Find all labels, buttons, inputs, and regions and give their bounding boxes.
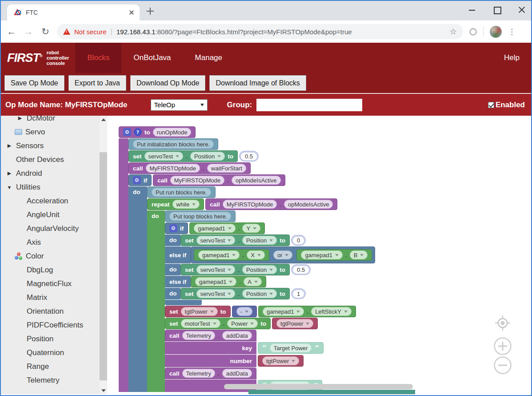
property-dropdown[interactable]: Position xyxy=(242,265,277,274)
toolbox-item-angularvelocity[interactable]: AngularVelocity xyxy=(1,222,100,235)
comment-text-field[interactable]: Put run blocks here. xyxy=(152,188,211,197)
device-dropdown[interactable]: motorTest xyxy=(181,319,220,328)
toolbox-item-quaternion[interactable]: Quaternion xyxy=(1,346,100,360)
device-dropdown[interactable]: servoTest xyxy=(144,152,184,161)
block-negate[interactable]: - xyxy=(232,306,257,317)
mutator-gear-icon[interactable]: ⚙ xyxy=(123,128,131,136)
tab-close-icon[interactable] xyxy=(128,9,135,16)
device-dropdown[interactable]: servoTest xyxy=(196,265,236,274)
toolbox-item-android[interactable]: ▶Android xyxy=(1,166,100,180)
repeat-mode-dropdown[interactable]: while xyxy=(172,200,200,209)
block-comment-run[interactable]: Put run blocks here. xyxy=(147,186,216,198)
number-block[interactable]: 0.5 xyxy=(239,151,259,162)
nav-tab-manage[interactable]: Manage xyxy=(183,43,234,73)
zoom-center-button[interactable] xyxy=(495,315,511,331)
export-to-java-button[interactable]: Export to Java xyxy=(68,75,126,91)
gamepad-dropdown[interactable]: gamepad1 xyxy=(301,251,342,259)
toolbox-item-dcmotor[interactable]: ▶DcMotor xyxy=(1,116,100,125)
set-servo-block[interactable]: set servoTest . Position to xyxy=(128,150,238,162)
toolbox-item-sensors[interactable]: ▶Sensors xyxy=(1,139,100,153)
adddata-header[interactable]: call Telemetry . addData xyxy=(165,330,256,341)
block-text-target-power[interactable]: “ Target Power ” xyxy=(258,342,324,354)
scroll-up-icon[interactable] xyxy=(100,116,107,123)
save-opmode-button[interactable]: Save Op Mode xyxy=(4,75,64,91)
url-text[interactable]: 192.168.43.1:8080/?page=FtcBlocks.html?p… xyxy=(116,28,352,36)
toolbox-item-telemetry[interactable]: Telemetry xyxy=(1,373,100,387)
gamepad-dropdown[interactable]: gamepad1 xyxy=(195,277,236,286)
set-servo-block[interactable]: set servoTest . Position to xyxy=(180,234,290,246)
property-dropdown[interactable]: Position xyxy=(242,289,277,298)
block-gamepad-x[interactable]: gamepad1 . X xyxy=(194,249,269,261)
object-field[interactable]: MyFIRSTOpMode xyxy=(223,200,277,209)
toolbox-item-utilities[interactable]: ▼Utilities xyxy=(1,180,100,194)
nav-tab-onbotjava[interactable]: OnBotJava xyxy=(121,43,183,73)
reload-icon[interactable]: ↻ xyxy=(40,26,51,37)
toolbox-item-acceleration[interactable]: Acceleration xyxy=(1,194,100,208)
block-variable-tgtpower[interactable]: tgtPower xyxy=(258,355,304,367)
set-variable-block[interactable]: set tgtPower to xyxy=(165,306,231,317)
number-block[interactable]: 0 xyxy=(291,235,306,246)
comment-text-field[interactable]: Put loop blocks here. xyxy=(169,212,231,221)
mutator-gear-icon[interactable]: ⚙ xyxy=(169,224,177,232)
object-field[interactable]: Telemetry xyxy=(182,369,215,378)
toolbox-item-axis[interactable]: Axis xyxy=(1,235,100,249)
browser-tab[interactable]: FTC xyxy=(7,4,140,20)
variable-dropdown[interactable]: tgtPower xyxy=(262,356,299,365)
help-question-icon[interactable]: ? xyxy=(134,128,142,136)
property-dropdown[interactable]: Position xyxy=(242,236,277,245)
toolbox-item-color[interactable]: Color xyxy=(1,249,100,263)
block-run-op-mode[interactable]: ⚙ ? to runOpMode Put initialization bloc… xyxy=(119,126,375,392)
block-logic-or[interactable]: gamepad1 . X or xyxy=(191,246,375,263)
number-block[interactable]: 0.5 xyxy=(291,264,311,275)
toolbox-scrollbar[interactable] xyxy=(100,116,107,394)
not-secure-label[interactable]: Not secure xyxy=(74,28,107,36)
toolbox-item-matrix[interactable]: Matrix xyxy=(1,291,100,304)
object-field[interactable]: MyFIRSTOpMode xyxy=(146,164,200,173)
back-icon[interactable]: ← xyxy=(6,26,17,37)
scroll-down-icon[interactable] xyxy=(100,387,107,394)
download-opmode-button[interactable]: Download Op Mode xyxy=(130,75,205,91)
group-input[interactable] xyxy=(256,99,362,111)
minimize-icon[interactable] xyxy=(468,6,476,14)
variable-dropdown[interactable]: tgtPower xyxy=(276,319,313,328)
block-if-gamepad[interactable]: ⚙ if gamepad1 . xyxy=(165,222,375,305)
toolbox-item-range[interactable]: Range xyxy=(1,360,100,373)
gamepad-dropdown[interactable]: gamepad1 xyxy=(198,251,240,259)
forward-icon[interactable]: → xyxy=(23,26,34,37)
mutator-gear-icon[interactable]: ⚙ xyxy=(133,176,141,184)
nav-tab-blocks[interactable]: Blocks xyxy=(75,43,121,73)
bookmark-star-icon[interactable]: ☆ xyxy=(450,27,457,36)
comment-text-field[interactable]: Put initialization blocks here. xyxy=(133,140,214,149)
method-field[interactable]: addData xyxy=(222,369,252,378)
method-field[interactable]: addData xyxy=(222,331,252,340)
method-field[interactable]: opModeIsActive xyxy=(232,176,281,185)
stick-dropdown[interactable]: LeftStickY xyxy=(311,307,352,316)
property-dropdown[interactable]: Position xyxy=(190,152,225,161)
if-header[interactable]: ⚙ if xyxy=(165,222,188,234)
address-bar[interactable]: Not secure | 192.168.43.1:8080/?page=Ftc… xyxy=(57,24,463,39)
object-field[interactable]: MyFIRSTOpMode xyxy=(170,176,225,185)
block-call-opmodeisactive[interactable]: call MyFIRSTOpMode . opModeIsActive xyxy=(153,174,285,186)
profile-avatar[interactable] xyxy=(490,26,502,38)
button-dropdown[interactable]: Y xyxy=(242,224,260,233)
block-telemetry-adddata-1[interactable]: call Telemetry . addData xyxy=(165,330,324,367)
text-field[interactable]: Target Power xyxy=(270,343,312,352)
gamepad-dropdown[interactable]: gamepad1 xyxy=(263,307,304,316)
repeat-header[interactable]: repeat while xyxy=(147,198,204,210)
block-set-servo-1[interactable]: set servoTest . Position to xyxy=(180,288,306,299)
close-icon[interactable] xyxy=(518,6,526,14)
block-set-servo-0[interactable]: set servoTest . Position to xyxy=(180,234,306,246)
toolbox-item-magneticflux[interactable]: MagneticFlux xyxy=(1,277,100,291)
set-servo-block[interactable]: set servoTest . Position to xyxy=(180,264,290,275)
block-variable-tgtpower[interactable]: tgtPower xyxy=(272,318,318,329)
enabled-checkbox[interactable] xyxy=(488,102,494,108)
button-dropdown[interactable]: B xyxy=(350,251,368,259)
procedure-name-field[interactable]: runOpMode xyxy=(153,128,192,137)
browser-menu-icon[interactable]: ⋮ xyxy=(508,27,516,36)
new-tab-button[interactable] xyxy=(147,8,156,16)
block-set-servo-05[interactable]: set servoTest . Position to xyxy=(180,264,311,275)
toolbox-item-servo[interactable]: Servo xyxy=(1,125,100,139)
maximize-icon[interactable] xyxy=(493,6,501,14)
variable-dropdown[interactable]: tgtPower xyxy=(181,307,218,316)
toolbox-item-dbglog[interactable]: DbgLog xyxy=(1,263,100,277)
